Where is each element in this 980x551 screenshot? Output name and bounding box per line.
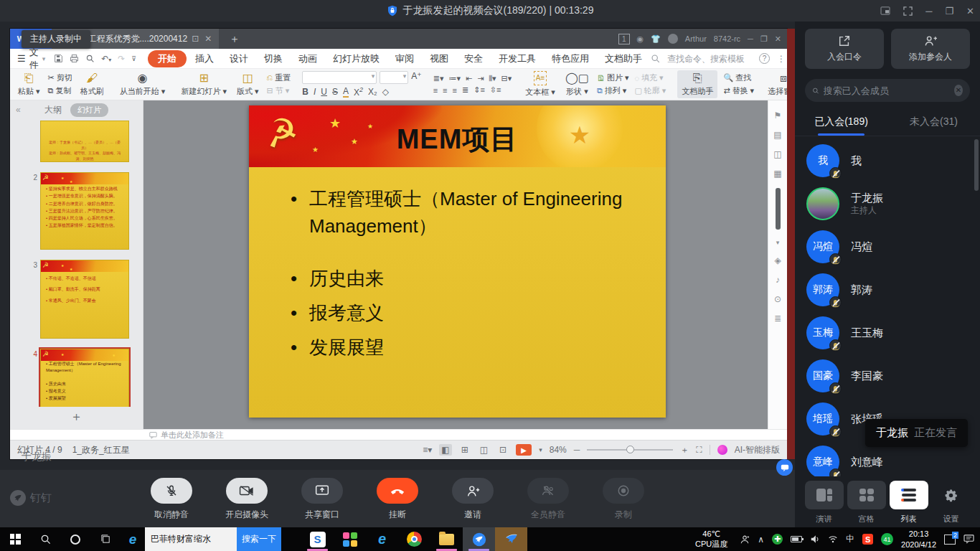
web-search-input[interactable] <box>145 527 237 551</box>
app-dingtalk-icon[interactable] <box>463 527 495 551</box>
superscript-button[interactable]: X2 <box>354 86 363 98</box>
current-slide[interactable]: ★ ★ ★ ★ ☭ ★ MEM项目 工程管理硕士（Master of Engin… <box>249 105 666 418</box>
tab-special-apps[interactable]: 特色应用 <box>545 50 596 67</box>
thumbnail-slide-2[interactable]: 2 ☭★★ 引言：新冠疫情下的大学生思想 • 坚持实事求是、独立自主和群众路线 … <box>29 172 137 250</box>
app-dingtalk-meeting-icon[interactable] <box>495 527 527 551</box>
section-button[interactable]: ⊟节 ▾ <box>267 85 291 96</box>
participant-row[interactable]: 郭涛 郭涛 <box>795 268 980 311</box>
print-icon[interactable] <box>70 54 79 63</box>
clear-search-icon[interactable]: ✕ <box>954 85 963 96</box>
columns-icon[interactable]: ⊟▾ <box>501 74 512 83</box>
doc-count-badge[interactable]: 1 <box>618 34 630 44</box>
format-painter-button[interactable]: 🖌格式刷 <box>78 72 106 97</box>
app-explorer-icon[interactable] <box>430 527 463 551</box>
view-grid-button[interactable]: 宫格 <box>846 481 887 524</box>
replace-button[interactable]: ⇄替换 ▾ <box>723 85 754 96</box>
command-search-input[interactable] <box>667 54 752 64</box>
thumbnail-list[interactable]: 1 老师：于龙振（书记）、…（委员）、…（委员） 老师：孙成刚、褚守明、王玉梅、… <box>10 119 143 407</box>
wps-minimize-icon[interactable]: ─ <box>748 34 753 43</box>
tab-view[interactable]: 视图 <box>423 50 456 67</box>
close-button[interactable]: ✕ <box>966 6 974 17</box>
bookmark-pane-icon[interactable]: ⚑ <box>774 110 782 121</box>
hidden-icons-chevron[interactable]: ∧ <box>758 534 764 545</box>
invite-button[interactable]: 邀请 <box>447 478 499 521</box>
slides-tab[interactable]: 幻灯片 <box>70 103 108 117</box>
web-search-button[interactable]: 搜索一下 <box>237 527 281 551</box>
taskbar-web-search[interactable]: 搜索一下 <box>145 527 281 551</box>
app-s-icon[interactable]: S <box>301 527 334 551</box>
animation-pane-icon[interactable]: ◈ <box>774 255 781 265</box>
fullscreen-icon[interactable] <box>903 6 913 16</box>
thumbnail-slide-1[interactable]: 1 老师：于龙振（书记）、…（委员）、…（委员） 老师：孙成刚、褚守明、王玉梅、… <box>29 121 137 162</box>
help-icon[interactable]: ? <box>759 53 770 64</box>
subscript-button[interactable]: X₂ <box>368 87 377 97</box>
font-name-select[interactable] <box>302 71 377 84</box>
tab-security[interactable]: 安全 <box>457 50 490 67</box>
tab-animation[interactable]: 动画 <box>291 50 324 67</box>
font-color-button[interactable]: A <box>343 86 349 98</box>
tab-review[interactable]: 审阅 <box>388 50 421 67</box>
find-button[interactable]: 🔍查找 <box>723 72 754 83</box>
tab-slideshow[interactable]: 幻灯片放映 <box>326 50 387 67</box>
thumbnail-slide-3[interactable]: 3 ☭★★ 新冠疫情下的大学生行为规范 • 不传谣、不造谣、不信谣 • 戴口罩、… <box>29 260 137 339</box>
safety-score-icon[interactable]: 41 <box>881 533 893 545</box>
save-icon[interactable] <box>54 54 63 63</box>
play-options-icon[interactable]: ▾ <box>539 446 542 453</box>
text-direction-icon[interactable]: ⫴▾ <box>489 74 496 83</box>
grow-font-icon[interactable]: A⁺ <box>411 71 421 84</box>
preview-icon[interactable] <box>85 54 95 63</box>
cpu-temp-widget[interactable]: 46℃CPU温度 <box>695 529 727 550</box>
undo-icon[interactable]: ↶▾ <box>101 54 111 64</box>
justify-icon[interactable]: ≣ <box>462 85 468 95</box>
collapse-pane-icon[interactable]: « <box>16 105 21 115</box>
slide-canvas[interactable]: ★ ★ ★ ★ ☭ ★ MEM项目 工程管理硕士（Master of Engin… <box>143 100 768 429</box>
network-icon[interactable] <box>828 534 838 544</box>
number-list-icon[interactable]: ≔▾ <box>448 74 461 83</box>
list-scrollbar[interactable] <box>974 139 979 191</box>
template-name[interactable]: 1_政务_红五星 <box>72 444 130 456</box>
cortana-icon[interactable] <box>60 527 90 551</box>
ime-indicator[interactable]: 中 <box>846 533 854 545</box>
object-pane-icon[interactable]: ▦ <box>773 169 781 179</box>
para-spacing-icon[interactable]: ⇳≡ <box>490 85 501 95</box>
sync-icon[interactable]: ◉ <box>637 34 644 44</box>
selection-pane-button[interactable]: ⧈选择窗格 <box>765 72 787 97</box>
notification-center-icon[interactable]: 2 <box>944 534 956 545</box>
view-speaker-button[interactable]: 演讲 <box>804 481 844 524</box>
wps-restore-icon[interactable]: ❐ <box>760 34 768 44</box>
app-chrome-icon[interactable] <box>398 527 430 551</box>
picture-button[interactable]: 🖻图片 ▾ <box>597 72 629 83</box>
app-edge-icon[interactable]: e <box>366 527 398 551</box>
tab-devtools[interactable]: 开发工具 <box>491 50 543 67</box>
settings-button[interactable]: 设置 <box>930 481 971 524</box>
antivirus-tray-icon[interactable]: ✚ <box>772 534 783 545</box>
qat-more-icon[interactable]: ⊽ <box>131 55 136 62</box>
user-avatar[interactable] <box>668 34 678 44</box>
participant-search-input[interactable] <box>824 85 950 96</box>
app-colorful-icon[interactable] <box>334 527 366 551</box>
unmute-button[interactable]: 取消静音 <box>146 478 197 521</box>
participant-row[interactable]: 冯煊 冯煊 <box>795 225 980 268</box>
line-spacing-icon[interactable]: ⇕≡ <box>473 85 485 95</box>
hangup-button[interactable]: 挂断 <box>372 478 423 521</box>
more-pane-icon[interactable]: ≣ <box>774 314 781 324</box>
ai-layout-icon[interactable] <box>717 445 727 455</box>
start-button[interactable] <box>0 527 30 551</box>
doc-assistant-button[interactable]: ⎘文档助手 <box>677 70 717 98</box>
strikethrough-button[interactable]: S <box>332 87 338 97</box>
align-left-icon[interactable]: ≡ <box>433 86 438 95</box>
underline-button[interactable]: U <box>321 87 327 97</box>
settings-pane-icon[interactable]: ⊙ <box>774 294 781 304</box>
tab-transition[interactable]: 切换 <box>257 50 290 67</box>
bullet-list-icon[interactable]: ≣▾ <box>433 74 444 83</box>
rail-expand-icon[interactable]: ▾ <box>776 239 780 246</box>
zoom-slider-handle[interactable] <box>626 446 634 453</box>
tab-insert[interactable]: 插入 <box>188 50 221 67</box>
tab-close-icon[interactable]: ✕ <box>204 34 212 44</box>
view-list-button-selected[interactable]: 列表 <box>888 481 929 524</box>
wps-close-icon[interactable]: ✕ <box>775 34 781 44</box>
notes-toggle-icon[interactable]: ≡▾ <box>423 445 432 455</box>
skin-icon[interactable]: 👕 <box>651 34 661 44</box>
tab-design[interactable]: 设计 <box>222 50 255 67</box>
normal-view-icon[interactable]: ◧ <box>439 444 451 456</box>
